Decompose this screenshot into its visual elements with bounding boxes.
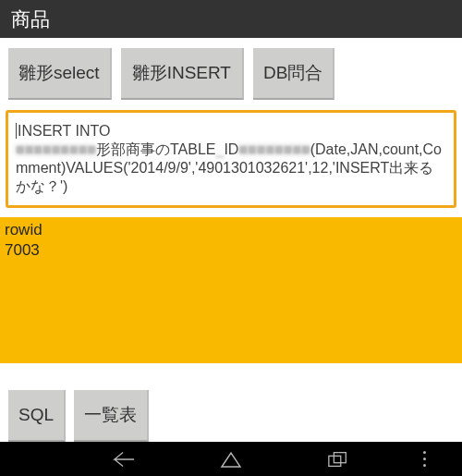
dot-icon	[423, 451, 426, 454]
sql-text-seg: INSERT INTO	[18, 123, 110, 139]
template-select-button[interactable]: 雛形select	[8, 48, 112, 100]
text-cursor	[16, 123, 17, 139]
result-row: 7003	[5, 240, 457, 261]
sql-text-seg: ID	[224, 141, 238, 157]
sql-input[interactable]: INSERT INTO ■■■■■■■■■形部商事のTABLE_ID■■■■■■…	[6, 110, 456, 208]
template-insert-button[interactable]: 雛形INSERT	[121, 48, 244, 100]
result-header: rowid	[5, 220, 457, 240]
recents-icon[interactable]	[327, 448, 349, 470]
sql-input-container: INSERT INTO ■■■■■■■■■形部商事のTABLE_ID■■■■■■…	[0, 110, 462, 208]
android-navbar	[0, 442, 462, 476]
svg-rect-1	[334, 452, 346, 462]
sql-text-redacted: ■■■■■■■■■	[16, 141, 96, 157]
dot-icon	[423, 464, 426, 467]
svg-rect-0	[329, 456, 341, 466]
app-titlebar: 商品	[0, 0, 462, 38]
toolbar: 雛形select 雛形INSERT DB問合	[0, 38, 462, 110]
list-button[interactable]: 一覧表	[74, 390, 149, 442]
app-title: 商品	[11, 8, 50, 30]
sql-button[interactable]: SQL	[8, 390, 66, 442]
db-query-button[interactable]: DB問合	[253, 48, 334, 100]
back-icon[interactable]	[113, 448, 135, 470]
home-icon[interactable]	[220, 448, 242, 470]
result-panel: rowid 7003	[0, 217, 462, 363]
sql-text-redacted: ■■■■■■■■	[238, 141, 310, 157]
sql-text-seg: 形部商事のTABLE	[96, 141, 216, 157]
menu-icon[interactable]	[407, 442, 442, 476]
dot-icon	[423, 458, 426, 460]
